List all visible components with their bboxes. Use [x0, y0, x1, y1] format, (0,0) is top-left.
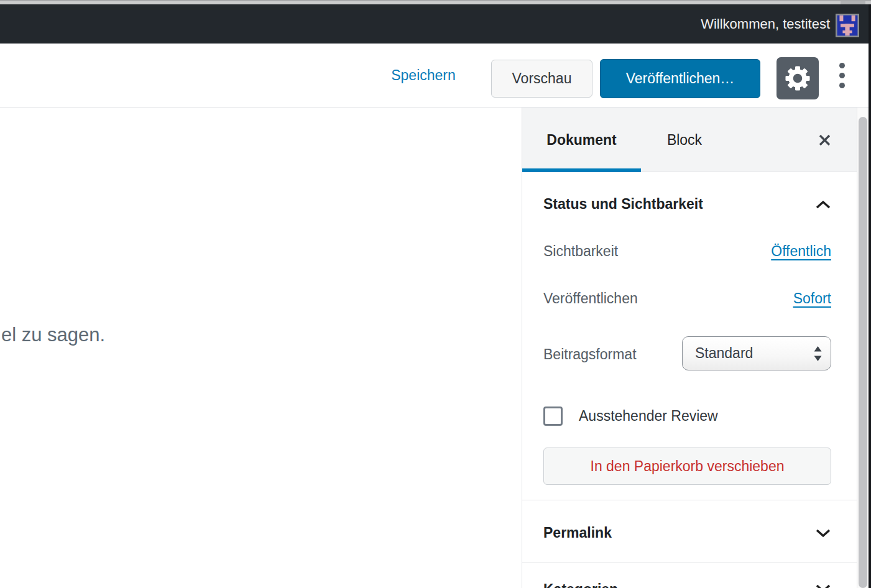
wordpress-editor-screen: Willkommen, testitest Speichern Vorschau…	[0, 0, 871, 588]
publish-button[interactable]: Veröffentlichen…	[600, 59, 760, 98]
post-format-selected-value: Standard	[683, 345, 753, 362]
publish-date-value-link[interactable]: Sofort	[793, 290, 831, 307]
pending-review-checkbox[interactable]	[543, 407, 563, 426]
move-to-trash-button[interactable]: In den Papierkorb verschieben	[543, 448, 831, 485]
kebab-dot	[839, 63, 845, 68]
pending-review-label: Ausstehender Review	[579, 407, 718, 426]
preview-button[interactable]: Vorschau	[491, 60, 592, 98]
tab-dokument[interactable]: Dokument	[522, 108, 641, 172]
chevron-down-icon[interactable]	[815, 584, 831, 588]
tab-block[interactable]: Block	[641, 108, 728, 172]
save-draft-button[interactable]: Speichern	[384, 44, 463, 107]
gear-icon	[785, 66, 810, 91]
active-tab-underline	[522, 168, 641, 172]
tab-block-label: Block	[667, 132, 702, 149]
panel-divider	[522, 500, 857, 500]
status-panel-title: Status und Sichtbarkeit	[543, 196, 703, 213]
editor-header: Speichern Vorschau Veröffentlichen…	[0, 44, 871, 108]
admin-bar: Willkommen, testitest	[0, 4, 871, 44]
categories-panel-title[interactable]: Kategorien	[543, 581, 618, 588]
sidebar-scrollbar-thumb[interactable]	[859, 117, 867, 588]
post-format-select[interactable]: Standard	[682, 336, 831, 370]
close-icon	[818, 133, 832, 147]
close-sidebar-button[interactable]	[811, 108, 838, 172]
screen-right-dark-edge	[869, 4, 871, 588]
user-avatar[interactable]	[836, 14, 859, 37]
chevron-up-icon[interactable]	[815, 200, 831, 212]
kebab-dot	[839, 73, 845, 78]
kebab-dot	[839, 83, 845, 88]
visibility-label: Sichtbarkeit	[543, 243, 618, 260]
editor-canvas[interactable]: el zu sagen.	[0, 108, 522, 588]
settings-sidebar: Dokument Block Status und Sichtbarkeit S…	[522, 108, 857, 588]
post-content-text: el zu sagen.	[1, 324, 105, 346]
tab-dokument-label: Dokument	[546, 132, 616, 149]
select-updown-arrows-icon	[813, 346, 823, 362]
permalink-panel-title[interactable]: Permalink	[543, 525, 612, 541]
window-top-strip	[0, 0, 871, 4]
post-format-label: Beitragsformat	[543, 346, 637, 363]
panel-divider	[522, 563, 857, 563]
settings-button[interactable]	[777, 57, 819, 99]
welcome-text: Willkommen, testitest	[701, 4, 830, 44]
sidebar-tabbar: Dokument Block	[522, 108, 857, 172]
visibility-value-link[interactable]: Öffentlich	[771, 243, 831, 260]
publish-date-label: Veröffentlichen	[543, 290, 638, 307]
chevron-down-icon[interactable]	[815, 528, 831, 541]
more-options-button[interactable]	[834, 44, 849, 107]
sidebar-scrollbar-track[interactable]	[857, 108, 869, 588]
